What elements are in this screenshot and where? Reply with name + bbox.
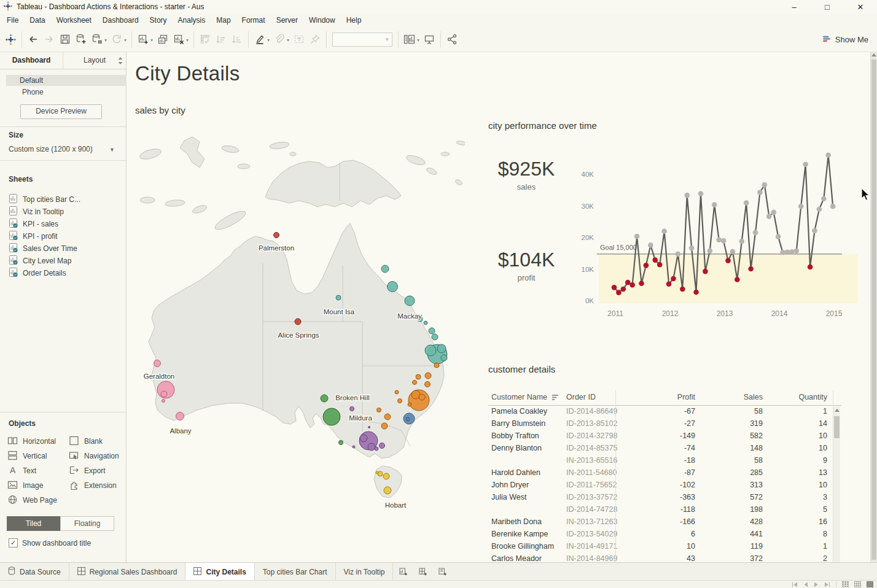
sheet-tab-city-details[interactable]: City Details <box>185 563 254 581</box>
city-bubble-nsw[interactable] <box>377 408 381 412</box>
data-point-above-goal[interactable] <box>684 193 690 198</box>
city-bubble-vic[interactable] <box>375 447 378 451</box>
city-bubble-nsw[interactable] <box>395 390 399 394</box>
data-point-above-goal[interactable] <box>698 191 704 196</box>
city-bubble-nsw[interactable] <box>434 363 439 368</box>
sidebar-sheet-kpi-sales[interactable]: KPI - sales <box>0 218 126 230</box>
tab-dashboard[interactable]: Dashboard <box>0 52 63 69</box>
data-point-below-goal[interactable] <box>625 280 631 285</box>
data-point-above-goal[interactable] <box>812 228 817 233</box>
last-page-icon[interactable] <box>824 582 830 587</box>
data-point-above-goal[interactable] <box>830 204 836 209</box>
device-preview-button[interactable]: Device Preview <box>20 104 102 119</box>
data-point-above-goal[interactable] <box>757 190 763 195</box>
data-point-above-goal[interactable] <box>716 237 722 242</box>
city-bubble-qld[interactable] <box>424 321 427 325</box>
minimize-button[interactable]: – <box>778 2 811 12</box>
data-point-above-goal[interactable] <box>789 249 795 255</box>
fit-selector[interactable]: ▼ <box>332 33 392 47</box>
sheet-tab-data-source[interactable]: Data Source <box>0 563 69 581</box>
menu-item-analysis[interactable]: Analysis <box>173 14 211 26</box>
scrollbar-thumb[interactable] <box>834 416 840 438</box>
city-bubble-nsw[interactable] <box>425 382 431 387</box>
data-point-below-goal[interactable] <box>652 257 658 263</box>
table-row[interactable]: IN-2013-65516-18589 <box>488 454 841 466</box>
data-point-below-goal[interactable] <box>621 287 626 292</box>
data-point-above-goal[interactable] <box>825 152 831 158</box>
data-point-below-goal[interactable] <box>703 269 708 274</box>
data-point-above-goal[interactable] <box>648 242 653 248</box>
data-point-below-goal[interactable] <box>657 262 663 268</box>
new-worksheet-button[interactable] <box>135 31 151 48</box>
data-point-above-goal[interactable] <box>803 161 808 167</box>
object-blank[interactable]: Blank <box>69 434 123 449</box>
undo-button[interactable] <box>25 31 41 48</box>
city-bubble-qld[interactable] <box>405 296 415 306</box>
data-point-below-goal[interactable] <box>693 290 699 295</box>
data-point-above-goal[interactable] <box>676 252 681 257</box>
data-point-below-goal[interactable] <box>644 263 649 268</box>
cell-view-icon[interactable] <box>854 581 861 587</box>
show-hide-cards-button[interactable] <box>402 31 418 48</box>
chevron-down-icon[interactable]: ▾ <box>104 37 107 43</box>
table-scrollbar[interactable] <box>833 406 840 562</box>
city-bubble-vic[interactable] <box>368 427 370 428</box>
new-story-button[interactable] <box>432 563 452 581</box>
object-web-page[interactable]: Web Page <box>7 493 69 508</box>
chevron-down-icon[interactable]: ▾ <box>267 37 270 43</box>
city-bubble-qld[interactable] <box>441 355 447 361</box>
sidebar-sheet-sales-over-time[interactable]: Sales Over Time <box>0 242 126 255</box>
menu-item-data[interactable]: Data <box>24 14 50 26</box>
data-point-below-goal[interactable] <box>629 282 635 288</box>
city-bubble-nsw[interactable] <box>384 414 391 420</box>
first-page-icon[interactable] <box>792 582 798 587</box>
city-bubble-tas[interactable] <box>376 471 378 474</box>
data-point-above-goal[interactable] <box>730 249 736 254</box>
data-point-above-goal[interactable] <box>771 210 776 215</box>
table-row[interactable]: Carlos MeadorIN-2014-84969433722 <box>488 552 841 562</box>
size-dropdown[interactable]: Custom size (1200 x 900) ▼ <box>0 143 126 158</box>
table-row[interactable]: ID-2014-74728-1181985 <box>488 503 841 516</box>
chevron-down-icon[interactable]: ▾ <box>186 37 189 43</box>
city-bubble-qld[interactable] <box>432 334 438 340</box>
table-row[interactable]: Julia WestID-2013-37572-3635723 <box>488 491 841 503</box>
collapse-pane-icon[interactable] <box>118 57 123 66</box>
data-point-below-goal[interactable] <box>616 290 622 295</box>
tab-layout[interactable]: Layout <box>63 52 126 69</box>
table-row[interactable]: Pamela CoakleyID-2014-86649-67581 <box>488 405 841 417</box>
highlight-button[interactable] <box>252 31 268 48</box>
sheet-tab-regional-sales-dashboard[interactable]: Regional Sales Dashboard <box>69 563 186 581</box>
chevron-down-icon[interactable]: ▾ <box>150 37 153 43</box>
table-row[interactable]: Denny BlantonID-2014-85375-7414810 <box>488 442 841 454</box>
column-header-order-id[interactable]: Order ID <box>566 393 596 401</box>
column-header-profit[interactable]: Profit <box>622 393 695 401</box>
city-bubble-qld[interactable] <box>437 344 446 353</box>
city-bubble-nsw[interactable] <box>413 381 417 385</box>
show-me-button[interactable]: Show Me <box>822 34 868 44</box>
data-point-above-goal[interactable] <box>634 234 640 239</box>
data-point-below-goal[interactable] <box>808 265 813 270</box>
city-bubble-wa[interactable] <box>176 412 184 420</box>
column-header-customer-name[interactable]: Customer Name <box>491 393 547 401</box>
scrollbar-thumb[interactable] <box>871 60 876 560</box>
table-row[interactable]: Berenike KampeID-2013-5402964418 <box>488 528 841 540</box>
sidebar-sheet-kpi-profit[interactable]: KPI - profit <box>0 230 126 242</box>
chevron-down-icon[interactable]: ▾ <box>287 37 289 43</box>
chevron-down-icon[interactable]: ▾ <box>417 37 419 43</box>
column-header-sales[interactable]: Sales <box>701 393 763 401</box>
city-bubble-nsw[interactable] <box>425 373 431 379</box>
pause-auto-updates-button[interactable] <box>89 31 105 48</box>
sidebar-sheet-top-cities-bar-c[interactable]: Top cities Bar C... <box>0 193 126 206</box>
city-level-map[interactable]: PalmerstonMount IsaAlice SpringsMackayGe… <box>138 136 465 562</box>
object-text[interactable]: AText <box>7 463 69 478</box>
data-point-below-goal[interactable] <box>639 280 644 286</box>
sales-over-time-chart[interactable]: Goal 15,0000K10K20K30K40K201120122013201… <box>568 145 860 325</box>
object-extension[interactable]: Extension <box>69 478 123 493</box>
city-bubble-vic[interactable] <box>360 435 367 442</box>
grid-view-icon[interactable] <box>842 581 849 587</box>
floating-button[interactable]: Floating <box>60 516 114 531</box>
city-bubble-nsw[interactable] <box>408 403 411 406</box>
data-point-above-goal[interactable] <box>766 214 772 219</box>
data-point-above-goal[interactable] <box>689 246 695 251</box>
city-bubble-nsw[interactable] <box>398 399 402 403</box>
